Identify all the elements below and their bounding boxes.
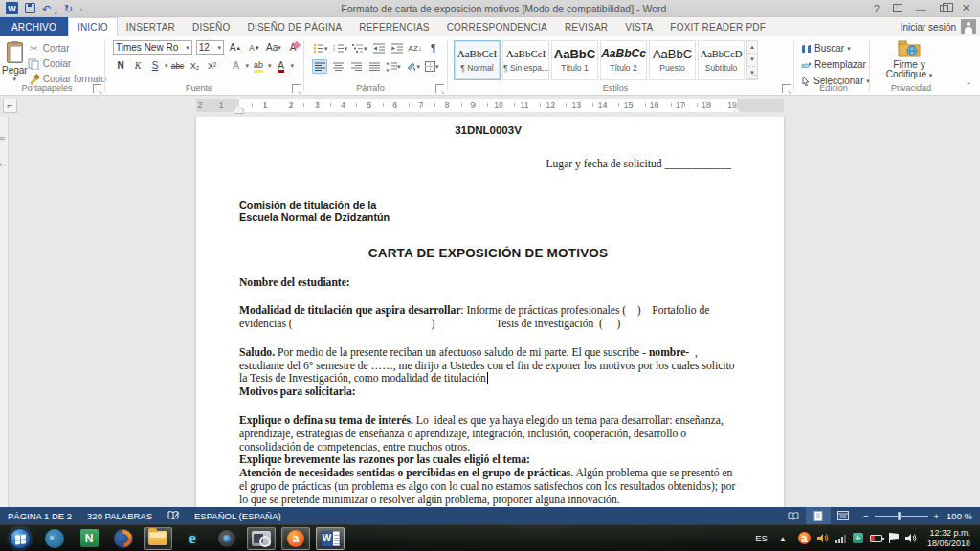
tray-battery-icon[interactable]	[870, 535, 882, 542]
align-center-button[interactable]	[330, 59, 345, 74]
styles-scroll-up-button[interactable]: ▲	[747, 41, 757, 54]
page-indicator[interactable]: PÁGINA 1 DE 2	[0, 507, 79, 524]
style-puesto[interactable]: AaBbC Puesto	[649, 40, 696, 80]
font-color-button[interactable]: A	[274, 58, 289, 73]
taskbar-webcam-app[interactable]	[212, 527, 241, 550]
taskbar-file-explorer[interactable]	[144, 527, 172, 550]
print-layout-button[interactable]	[806, 507, 831, 524]
underline-dropdown-icon[interactable]: ▾	[165, 62, 168, 70]
paste-dropdown-arrow[interactable]: ▾	[13, 76, 17, 83]
grow-font-button[interactable]: A▲	[228, 40, 243, 55]
tab-archivo[interactable]: ARCHIVO	[0, 17, 68, 36]
borders-button[interactable]: ▾	[424, 59, 440, 74]
copy-button[interactable]: Copiar	[28, 56, 106, 71]
shrink-font-button[interactable]: A▼	[247, 40, 262, 55]
taskbar-avast[interactable]	[281, 527, 310, 550]
tray-teal-app-icon[interactable]: ✣	[853, 533, 863, 543]
font-dialog-launcher[interactable]	[292, 84, 301, 93]
web-layout-button[interactable]	[831, 507, 856, 524]
taskbar-word[interactable]: W	[316, 527, 345, 550]
font-size-combobox[interactable]: 12▾	[196, 40, 224, 55]
zoom-slider-thumb[interactable]	[898, 512, 901, 520]
language-indicator[interactable]: ESPAÑOL (ESPAÑA)	[187, 507, 289, 524]
shading-button[interactable]: ▾	[405, 59, 422, 74]
decrease-indent-button[interactable]	[371, 41, 387, 55]
highlight-color-button[interactable]: ab	[251, 58, 266, 73]
first-line-indent-marker[interactable]	[234, 97, 242, 101]
justify-button[interactable]	[367, 59, 382, 74]
taskbar-network-app[interactable]: ᭷	[40, 527, 69, 550]
tray-action-center-icon[interactable]	[889, 533, 899, 543]
minimize-button[interactable]: —	[916, 3, 926, 14]
undo-button[interactable]: ↶ ˬ	[42, 2, 57, 15]
taskbar-firefox[interactable]	[109, 527, 138, 550]
document-text[interactable]: 31DNL0003V Lugar y fecha de solicitud __…	[239, 124, 737, 507]
align-right-button[interactable]	[348, 59, 364, 74]
tab-inicio[interactable]: INICIO	[68, 17, 118, 36]
right-indent-marker[interactable]	[733, 107, 741, 112]
increase-indent-button[interactable]	[390, 41, 405, 55]
numbering-button[interactable]: 12▾	[332, 41, 349, 55]
styles-more-button[interactable]: ▼̲	[747, 67, 757, 79]
horizontal-ruler[interactable]: 21 12345678910111213141516171819	[196, 99, 784, 112]
tray-signal-icon[interactable]	[835, 534, 846, 543]
style-subtitulo[interactable]: AaBbCcD Subtítulo	[698, 40, 745, 80]
taskbar-green-app[interactable]: N	[75, 527, 103, 550]
subscript-button[interactable]: X₂	[188, 58, 203, 73]
style-titulo-2[interactable]: AaBbCc Título 2	[600, 40, 647, 80]
italic-button[interactable]: K	[130, 58, 145, 73]
show-paragraph-marks-button[interactable]: ¶	[426, 41, 441, 55]
hanging-indent-marker[interactable]	[234, 104, 242, 109]
replace-button[interactable]: ab Reemplazar	[801, 57, 870, 72]
save-button[interactable]	[25, 3, 35, 13]
left-indent-marker[interactable]	[234, 109, 243, 113]
vertical-ruler[interactable]: 6 7	[0, 117, 9, 507]
tab-vista[interactable]: VISTA	[616, 17, 661, 36]
style-sin-espaciado[interactable]: AaBbCcI ¶ Sin espa...	[502, 40, 549, 80]
document-page[interactable]: 31DNL0003V Lugar y fecha de solicitud __…	[196, 117, 784, 507]
clipboard-dialog-launcher[interactable]	[93, 84, 101, 93]
font-name-combobox[interactable]: Times New Ro▾	[113, 40, 192, 55]
help-button[interactable]: ?	[874, 3, 880, 14]
strikethrough-button[interactable]: abc	[170, 58, 186, 73]
align-left-button[interactable]	[312, 59, 327, 74]
bullets-button[interactable]: ▾	[312, 41, 329, 55]
tray-clock[interactable]: 12:32 p.m. 18/05/2018	[924, 528, 970, 549]
word-app-icon[interactable]: W	[6, 2, 18, 14]
collapse-ribbon-button[interactable]: ⌃	[965, 81, 972, 91]
tab-correspondencia[interactable]: CORRESPONDENCIA	[438, 17, 556, 36]
tray-avast-icon[interactable]	[798, 532, 811, 544]
tab-referencias[interactable]: REFERENCIAS	[350, 17, 437, 36]
tab-stop-selector[interactable]: ⌐	[3, 99, 17, 113]
style-titulo-1[interactable]: AaBbC Título 1	[551, 40, 598, 80]
user-avatar-icon[interactable]	[961, 19, 976, 34]
line-spacing-button[interactable]: ▾	[385, 59, 402, 74]
sign-and-encode-button[interactable]: Firme y Codifique ▾	[873, 36, 946, 80]
ribbon-display-options-button[interactable]	[893, 4, 902, 12]
tab-diseno[interactable]: DISEÑO	[184, 17, 239, 36]
font-color-dropdown-icon[interactable]: ▾	[291, 62, 295, 70]
proofing-status[interactable]	[160, 507, 187, 524]
cut-button[interactable]: ✂ Cortar	[28, 41, 106, 55]
tray-speaker-icon[interactable]	[905, 533, 917, 543]
find-button[interactable]: Buscar▾	[801, 41, 870, 55]
paragraph-dialog-launcher[interactable]	[435, 84, 444, 93]
close-button[interactable]: ✕	[962, 2, 970, 14]
text-effects-button[interactable]: A	[229, 58, 244, 73]
tray-show-hidden-icons[interactable]: ▴	[774, 526, 791, 551]
styles-scroll-down-button[interactable]: ▼	[747, 54, 757, 66]
taskbar-internet-explorer[interactable]: e	[178, 527, 207, 550]
styles-dialog-launcher[interactable]	[782, 84, 791, 93]
tab-foxit-reader-pdf[interactable]: FOXIT READER PDF	[661, 17, 774, 36]
restore-button[interactable]	[940, 5, 948, 12]
sign-in-link[interactable]: Iniciar sesión	[901, 22, 956, 33]
customize-qat-button[interactable]: ⸱	[79, 2, 82, 15]
taskbar-media-player[interactable]	[247, 527, 276, 550]
tray-volume-icon[interactable]	[817, 533, 829, 543]
change-case-button[interactable]: Aa▾	[266, 40, 281, 55]
zoom-slider-track[interactable]	[875, 516, 928, 517]
highlight-dropdown-icon[interactable]: ▾	[268, 62, 272, 70]
tray-language[interactable]: ES	[755, 533, 768, 543]
word-count[interactable]: 320 PALABRAS	[79, 507, 160, 524]
tab-revisar[interactable]: REVISAR	[556, 17, 616, 36]
